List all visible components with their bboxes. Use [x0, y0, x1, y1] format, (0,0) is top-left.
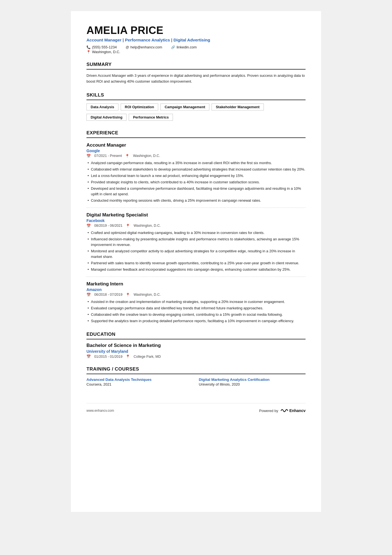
bullet-list: Crafted and optimized digital marketing …	[86, 230, 306, 273]
bullet-item: Provided strategic insights to clients, …	[86, 179, 306, 185]
email-value: help@enhancv.com	[130, 45, 162, 49]
edu-meta: 📅 01/2015 - 01/2019 📍 College Park, MD	[86, 354, 306, 359]
job-location: Washington, D.C.	[133, 154, 160, 158]
skills-section: SKILLS Data AnalysisROI OptimizationCamp…	[86, 92, 306, 122]
education-title: EDUCATION	[86, 332, 306, 339]
training-item: Digital Marketing Analytics Certificatio…	[199, 378, 306, 386]
company-name: Amazon	[86, 287, 306, 292]
powered-by-text: Powered by	[259, 409, 278, 413]
location-contact: 📍 Washington, D.C.	[86, 50, 120, 54]
candidate-name: AMELIA PRICE	[86, 24, 306, 36]
skill-tag: Stakeholder Management	[212, 103, 264, 110]
jobs-list: Account ManagerGoogle📅07/2021 - Present📍…	[86, 142, 306, 324]
training-grid: Advanced Data Analysis TechniquesCourser…	[86, 378, 306, 386]
job-meta: 📅07/2021 - Present📍Washington, D.C.	[86, 154, 306, 158]
job-item: Digital Marketing SpecialistFacebook📅08/…	[86, 212, 306, 277]
training-title: TRAINING / COURSES	[86, 366, 306, 374]
calendar-icon: 📅	[86, 293, 91, 297]
job-divider	[86, 277, 306, 277]
edu-dates: 01/2015 - 01/2019	[94, 355, 122, 359]
contact-row: 📞 (555) 555-1234 @ help@enhancv.com 🔗 li…	[86, 45, 306, 49]
calendar-icon: 📅	[86, 154, 91, 158]
candidate-title: Account Manager | Performance Analytics …	[86, 38, 306, 42]
bullet-item: Analyzed campaign performance data, resu…	[86, 160, 306, 166]
skill-tag: Campaign Management	[160, 103, 209, 110]
location-row: 📍 Washington, D.C.	[86, 50, 306, 54]
calendar-icon: 📅	[86, 224, 91, 228]
bullet-item: Assisted in the creation and implementat…	[86, 299, 306, 305]
bullet-item: Collaborated with internal stakeholders …	[86, 167, 306, 172]
job-title: Marketing Intern	[86, 281, 306, 287]
footer: www.enhancv.com Powered by Enhancv	[86, 403, 306, 413]
training-item-title: Digital Marketing Analytics Certificatio…	[199, 378, 306, 382]
job-title: Digital Marketing Specialist	[86, 212, 306, 218]
job-meta: 📅08/2019 - 06/2021📍Washington, D.C.	[86, 224, 306, 228]
link-icon: 🔗	[171, 45, 175, 49]
brand-name: Enhancv	[289, 408, 306, 413]
phone-value: (555) 555-1234	[92, 45, 117, 49]
education-section: EDUCATION Bachelor of Science in Marketi…	[86, 332, 306, 359]
bullet-item: Crafted and optimized digital marketing …	[86, 230, 306, 236]
bullet-list: Analyzed campaign performance data, resu…	[86, 160, 306, 204]
skill-tag: Digital Advertising	[86, 114, 126, 121]
edu-degree: Bachelor of Science in Marketing	[86, 343, 306, 348]
phone-icon: 📞	[86, 45, 91, 49]
training-item: Advanced Data Analysis TechniquesCourser…	[86, 378, 193, 386]
pin-icon: 📍	[125, 154, 130, 158]
training-item-subtitle: University of Illinois, 2020	[199, 382, 306, 386]
company-name: Google	[86, 149, 306, 153]
linkedin-contact: 🔗 linkedin.com	[171, 45, 197, 49]
edu-school: University of Maryland	[86, 349, 306, 354]
job-dates: 08/2019 - 06/2021	[94, 224, 122, 228]
enhancv-logo: Enhancv	[280, 408, 306, 413]
enhancv-icon	[280, 408, 289, 413]
email-contact: @ help@enhancv.com	[126, 45, 162, 49]
email-icon: @	[126, 45, 129, 49]
job-location: Washington, D.C.	[133, 293, 161, 297]
training-section: TRAINING / COURSES Advanced Data Analysi…	[86, 366, 306, 386]
bullet-item: Led a cross-functional team to launch a …	[86, 173, 306, 179]
job-title: Account Manager	[86, 142, 306, 148]
job-dates: 07/2021 - Present	[94, 154, 122, 158]
bullet-item: Conducted monthly reporting sessions wit…	[86, 198, 306, 203]
footer-website: www.enhancv.com	[86, 409, 114, 413]
job-meta: 📅06/2018 - 07/2019📍Washington, D.C.	[86, 293, 306, 297]
experience-section: EXPERIENCE Account ManagerGoogle📅07/2021…	[86, 130, 306, 324]
calendar-icon: 📅	[86, 354, 91, 359]
pin-icon: 📍	[126, 293, 130, 297]
resume-document: AMELIA PRICE Account Manager | Performan…	[71, 11, 321, 512]
job-dates: 06/2018 - 07/2019	[94, 293, 122, 297]
skill-tag: Performance Metrics	[129, 114, 173, 121]
pin-icon: 📍	[126, 354, 130, 359]
job-item: Account ManagerGoogle📅07/2021 - Present📍…	[86, 142, 306, 208]
bullet-item: Evaluated campaign performance data and …	[86, 305, 306, 311]
bullet-item: Partnered with sales teams to identify r…	[86, 260, 306, 266]
experience-title: EXPERIENCE	[86, 130, 306, 138]
training-item-title: Advanced Data Analysis Techniques	[86, 378, 193, 382]
summary-text: Driven Account Manager with 3 years of e…	[86, 73, 306, 85]
phone-contact: 📞 (555) 555-1234	[86, 45, 117, 49]
location-icon: 📍	[86, 50, 91, 54]
bullet-item: Managed customer feedback and incorporat…	[86, 267, 306, 272]
job-location: Washington, D.C.	[133, 224, 161, 228]
skill-tag: ROI Optimization	[121, 103, 158, 110]
skill-tag: Data Analysis	[86, 103, 118, 110]
edu-location: College Park, MD	[133, 355, 161, 359]
training-item-subtitle: Coursera, 2021	[86, 382, 193, 386]
header-section: AMELIA PRICE Account Manager | Performan…	[86, 24, 306, 54]
footer-logo: Powered by Enhancv	[259, 408, 306, 413]
bullet-item: Monitored and analyzed competitor activi…	[86, 248, 306, 260]
skills-title: SKILLS	[86, 92, 306, 100]
job-item: Marketing InternAmazon📅06/2018 - 07/2019…	[86, 281, 306, 324]
skills-list: Data AnalysisROI OptimizationCampaign Ma…	[86, 103, 306, 122]
location-value: Washington, D.C.	[92, 50, 120, 54]
pin-icon: 📍	[126, 224, 130, 228]
bullet-item: Supported the analytics team in producin…	[86, 318, 306, 324]
bullet-item: Influenced decision-making by presenting…	[86, 236, 306, 248]
summary-title: SUMMARY	[86, 62, 306, 70]
bullet-list: Assisted in the creation and implementat…	[86, 299, 306, 324]
job-divider	[86, 208, 306, 208]
summary-section: SUMMARY Driven Account Manager with 3 ye…	[86, 62, 306, 85]
company-name: Facebook	[86, 218, 306, 223]
bullet-item: Collaborated with the creative team to d…	[86, 312, 306, 317]
